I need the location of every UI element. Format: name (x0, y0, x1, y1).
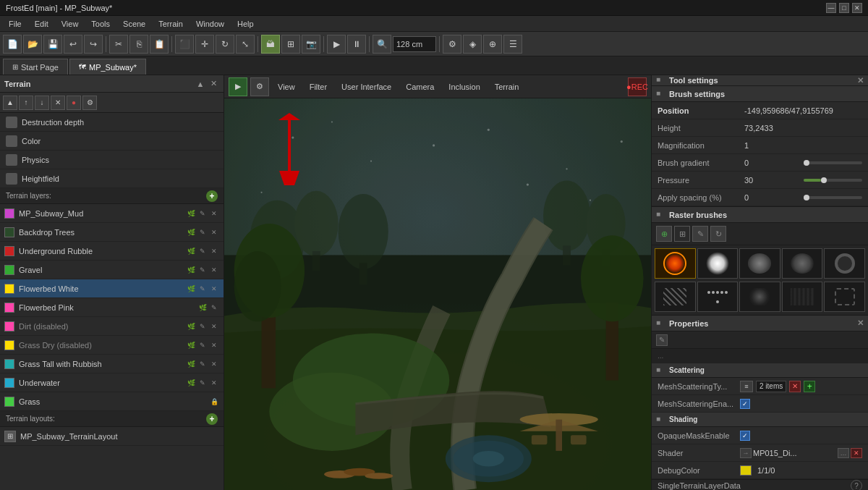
menu-help[interactable]: Help (231, 18, 260, 30)
layer-edit-icon-3[interactable]: ✎ (197, 265, 208, 275)
layer-grass-icon-6[interactable]: 🌿 (186, 321, 196, 331)
vp-menu-view[interactable]: View (272, 80, 301, 94)
layer-flowerbed-pink[interactable]: Flowerbed Pink 🌿 ✎ (0, 298, 224, 317)
layout-mp-subway[interactable]: ⊞ MP_Subway_TerrainLayout (0, 427, 224, 446)
raster-brush-0[interactable] (655, 248, 696, 279)
left-scroll-area[interactable]: Destruction depth Color Physics Heightfi… (0, 113, 224, 490)
layer-flowerbed-white[interactable]: Flowerbed White 🌿 ✎ ✕ (0, 279, 224, 298)
tool-rotate[interactable]: ↻ (216, 35, 234, 54)
menu-view[interactable]: View (56, 18, 85, 30)
help-btn[interactable]: ? (851, 480, 862, 490)
tool-copy[interactable]: ⎘ (129, 35, 148, 54)
brush-edit-btn[interactable]: ✎ (692, 226, 708, 242)
tool-move[interactable]: ✛ (195, 35, 214, 54)
layer-edit-icon-6[interactable]: ✎ (197, 321, 208, 331)
section-color[interactable]: Color (0, 132, 224, 151)
layer-grass-icon-2[interactable]: 🌿 (186, 246, 196, 256)
vp-menu-ui[interactable]: User Interface (336, 80, 397, 94)
lt-up-btn[interactable]: ↑ (19, 96, 33, 110)
layer-grass-icon-8[interactable]: 🌿 (186, 359, 196, 369)
menu-scene[interactable]: Scene (117, 18, 151, 30)
layer-grass-tall-rubbish[interactable]: Grass Tall with Rubbish 🌿 ✎ ✕ (0, 355, 224, 373)
tool-paste[interactable]: 📋 (150, 35, 169, 54)
tool-save[interactable]: 💾 (43, 35, 62, 54)
shading-header[interactable]: ■ Shading (652, 413, 868, 427)
tool-play[interactable]: ▶ (327, 35, 346, 54)
add-layout-btn[interactable]: + (206, 413, 218, 425)
layer-backdrop-trees[interactable]: Backdrop Trees 🌿 ✎ ✕ (0, 223, 224, 242)
layer-edit-icon-7[interactable]: ✎ (197, 340, 208, 350)
menu-edit[interactable]: Edit (29, 18, 54, 30)
tool-misc-1[interactable]: ⚙ (443, 35, 461, 54)
prop-tool-btn[interactable]: ✎ (656, 334, 668, 346)
add-layer-btn[interactable]: + (206, 190, 218, 202)
layer-underwater[interactable]: Underwater 🌿 ✎ ✕ (0, 373, 224, 392)
tool-select[interactable]: ⬛ (175, 35, 194, 54)
layer-close-icon-7[interactable]: ✕ (209, 340, 219, 350)
raster-brush-1[interactable] (697, 248, 739, 279)
raster-brush-8[interactable] (782, 282, 823, 312)
raster-brush-6[interactable] (697, 282, 739, 312)
tool-misc-2[interactable]: ◈ (463, 35, 482, 54)
layer-lock-icon-10[interactable]: 🔒 (209, 397, 219, 407)
lt-delete-btn[interactable]: ✕ (51, 96, 65, 110)
layer-underground-rubble[interactable]: Underground Rubble 🌿 ✎ ✕ (0, 242, 224, 261)
layer-dirt-disabled[interactable]: Dirt (disabled) 🌿 ✎ ✕ (0, 317, 224, 336)
layer-gravel[interactable]: Gravel 🌿 ✎ ✕ (0, 261, 224, 279)
menu-window[interactable]: Window (190, 18, 230, 30)
lt-add-btn[interactable]: ▲ (3, 96, 17, 110)
layer-close-icon-9[interactable]: ✕ (209, 378, 219, 388)
tool-redo[interactable]: ↪ (84, 35, 103, 54)
zoom-input[interactable]: 128 cm (393, 36, 436, 52)
panel-close-btn[interactable]: ✕ (208, 78, 219, 90)
layer-grass-icon-1[interactable]: 🌿 (186, 227, 196, 237)
brush-refresh-btn[interactable]: ↻ (710, 226, 726, 242)
brush-grid-btn[interactable]: ⊞ (674, 226, 690, 242)
layer-edit-icon-8[interactable]: ✎ (197, 359, 208, 369)
layer-grass-icon-9[interactable]: 🌿 (186, 378, 196, 388)
maximize-button[interactable]: □ (839, 3, 849, 13)
raster-brush-2[interactable] (739, 248, 780, 279)
brush-gradient-slider[interactable] (804, 161, 863, 164)
close-button[interactable]: ✕ (852, 3, 862, 13)
mesh-type-add-btn[interactable]: + (804, 381, 815, 392)
layer-close-icon-8[interactable]: ✕ (209, 359, 219, 369)
tool-settings-close[interactable]: ✕ (857, 76, 864, 85)
tool-grid[interactable]: ⊞ (281, 35, 300, 54)
raster-brush-9[interactable] (824, 282, 865, 312)
layer-mp-subway-mud[interactable]: MP_Subway_Mud 🌿 ✎ ✕ (0, 204, 224, 223)
mesh-enable-checkbox[interactable]: ✓ (740, 399, 750, 409)
tool-new[interactable]: 📄 (3, 35, 22, 54)
tool-pause[interactable]: ⏸ (347, 35, 366, 54)
tool-undo[interactable]: ↩ (64, 35, 82, 54)
raster-brush-4[interactable] (824, 248, 865, 279)
layer-edit-icon-2[interactable]: ✎ (197, 246, 208, 256)
tool-scale[interactable]: ⤡ (236, 35, 255, 54)
tool-terrain[interactable]: 🏔 (261, 35, 280, 54)
layer-edit-icon-0[interactable]: ✎ (197, 208, 208, 219)
properties-header[interactable]: ■ Properties ✕ (652, 316, 868, 331)
apply-spacing-slider[interactable] (804, 196, 863, 199)
panel-collapse-btn[interactable]: ▲ (195, 78, 206, 90)
layer-edit-icon-9[interactable]: ✎ (197, 378, 208, 388)
tool-open[interactable]: 📂 (23, 35, 42, 54)
section-heightfield[interactable]: Heightfield (0, 169, 224, 188)
lt-down-btn[interactable]: ↓ (35, 96, 49, 110)
layer-edit-icon-4[interactable]: ✎ (197, 284, 208, 294)
apply-spacing-thumb[interactable] (804, 195, 809, 200)
viewport[interactable] (224, 98, 651, 490)
vp-menu-terrain[interactable]: Terrain (489, 80, 525, 94)
shader-clear-btn[interactable]: ✕ (851, 448, 862, 458)
layer-close-icon-1[interactable]: ✕ (209, 227, 219, 237)
mesh-type-expand-btn[interactable]: ≡ (740, 381, 753, 392)
pressure-thumb[interactable] (821, 177, 827, 183)
mesh-type-delete-btn[interactable]: ✕ (789, 381, 801, 392)
brush-add-btn[interactable]: ⊕ (656, 226, 672, 242)
layer-close-icon-6[interactable]: ✕ (209, 321, 219, 331)
tool-zoom-in[interactable]: 🔍 (373, 35, 391, 54)
layer-grass-icon-0[interactable]: 🌿 (186, 208, 196, 219)
raster-brushes-header[interactable]: ■ Raster brushes (652, 207, 868, 223)
shader-arrow-btn[interactable]: → (740, 448, 752, 458)
pressure-slider[interactable] (804, 179, 863, 182)
menu-terrain[interactable]: Terrain (153, 18, 189, 30)
